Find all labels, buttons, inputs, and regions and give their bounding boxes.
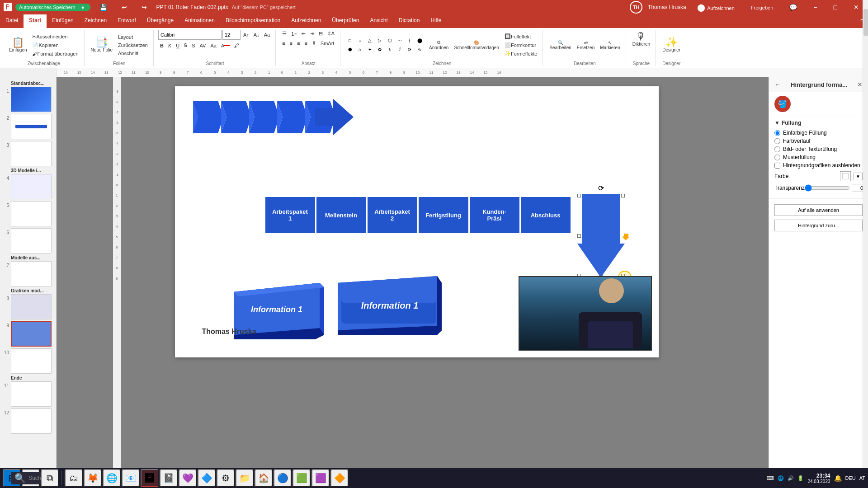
3d-button-2[interactable]: Information 1 <box>338 276 442 338</box>
color-dropdown-button[interactable]: ▼ <box>854 173 863 180</box>
tab-hilfe[interactable]: Hilfe <box>425 14 447 28</box>
slide-canvas[interactable]: Arbeitspaket1 Meilenstein Arbeitspaket2 … <box>175 86 659 357</box>
copy-button[interactable]: 📄 Kopieren <box>30 42 80 49</box>
slide-thumb-6[interactable]: 6 <box>2 228 54 253</box>
maximize-button[interactable]: □ <box>828 2 843 13</box>
new-slide-button[interactable]: 📑 Neue Folie <box>89 36 114 54</box>
fill-section-title[interactable]: ▼ Füllung <box>774 120 863 126</box>
solid-fill-radio[interactable] <box>774 130 780 136</box>
taskbar-app5[interactable]: 🔵 <box>274 469 292 487</box>
smartart-button[interactable]: SmArt <box>319 40 336 47</box>
process-box-1[interactable]: Arbeitspaket1 <box>265 197 315 233</box>
shadow-button[interactable]: S <box>190 42 197 49</box>
panel-back-button[interactable]: ← <box>774 81 781 88</box>
slide-thumb-11[interactable]: 11 <box>2 381 54 407</box>
shape-btn[interactable]: □ <box>346 37 354 45</box>
strikethrough-button[interactable]: S̶ <box>182 42 189 49</box>
close-button[interactable]: ✕ <box>848 2 864 13</box>
taskbar-chrome[interactable]: 🌐 <box>103 469 121 487</box>
task-view-button[interactable]: ⧉ <box>41 469 59 487</box>
quick-styles-button[interactable]: 🎨 Schnellformatvorlagen <box>452 38 501 52</box>
fill-icon-button[interactable]: 🪣 <box>774 96 791 112</box>
tab-ueberpruefen[interactable]: Überprüfen <box>326 14 364 28</box>
slide-thumb-1[interactable]: 1 <box>2 87 54 112</box>
shape-btn[interactable]: ⌂ <box>356 46 364 54</box>
select-button[interactable]: ↖ Markieren <box>598 38 622 52</box>
clear-format-btn[interactable]: Aa <box>262 31 272 38</box>
3d-arrow-element[interactable] <box>193 99 356 136</box>
hide-bg-checkbox[interactable] <box>774 163 780 169</box>
taskbar-app2[interactable]: ⚙ <box>217 469 235 487</box>
shape-btn[interactable]: ⋯ <box>396 37 404 45</box>
tab-datei[interactable]: Datei <box>0 14 24 28</box>
search-taskbar-button[interactable]: 🔍 Suchen <box>22 469 40 487</box>
taskbar-explorer[interactable]: 🗂 <box>65 469 83 487</box>
canvas-area[interactable]: -9 -8 -7 -6 -5 -4 -3 -2 -1 0 1 2 3 4 5 6… <box>57 77 769 477</box>
font-color-button[interactable]: A <box>219 42 231 49</box>
shape-btn[interactable]: ✿ <box>376 46 384 54</box>
comments-button[interactable]: 💬 <box>784 2 802 13</box>
taskbar-app1[interactable]: 🔷 <box>198 469 216 487</box>
tab-start[interactable]: Start <box>24 14 47 28</box>
taskbar-powerpoint[interactable]: 🅿 <box>141 469 159 487</box>
replace-button[interactable]: ⇄ Ersetzen <box>575 38 596 52</box>
share-button[interactable]: Freigeben <box>745 2 779 13</box>
align-right-button[interactable]: ≡ <box>295 40 302 47</box>
shape-effects-button[interactable]: ✨ Formeffekte <box>503 50 539 57</box>
shape-btn[interactable]: ∿ <box>415 46 424 54</box>
shape-btn[interactable]: ⤴ <box>396 46 404 54</box>
taskbar-app8[interactable]: 🔶 <box>330 469 349 487</box>
rotate-handle[interactable]: ⟳ <box>598 184 604 192</box>
format-copy-button[interactable]: 🖌 Format übertragen <box>30 50 80 57</box>
selected-shape-container[interactable]: ⟳ <box>577 194 625 277</box>
picture-fill-option[interactable]: Bild- oder Texturüllung <box>774 146 863 152</box>
indent-more-button[interactable]: ⇥ <box>308 30 316 38</box>
shape-btn[interactable]: ⟨ <box>406 37 414 45</box>
slide-thumb-7[interactable]: 7 <box>2 261 54 286</box>
taskbar-teams[interactable]: 💜 <box>179 469 197 487</box>
numbering-button[interactable]: 1≡ <box>289 30 299 38</box>
taskbar-firefox[interactable]: 🦊 <box>84 469 102 487</box>
autosave-toggle[interactable]: Automatisches Speichern ● <box>15 4 90 11</box>
picture-fill-radio[interactable] <box>774 146 780 152</box>
panel-scrollbar[interactable]: ▼ <box>863 77 868 477</box>
undo-button[interactable]: ↩ <box>116 2 132 13</box>
transparency-slider[interactable] <box>805 184 850 192</box>
shape-fill-button[interactable]: 🔲 Fülleffekt <box>503 33 539 40</box>
taskbar-app3[interactable]: 📁 <box>236 469 254 487</box>
slide-thumb-12[interactable]: 12 <box>2 408 54 434</box>
designer-button[interactable]: ✨ Designer <box>660 36 682 54</box>
shape-btn[interactable]: ▷ <box>376 37 384 45</box>
align-center-button[interactable]: ≡ <box>288 40 294 47</box>
align-left-button[interactable]: ≡ <box>280 40 287 47</box>
gradient-fill-option[interactable]: Farbverlauf <box>774 138 863 144</box>
reset-bg-button[interactable]: Hintergrund zurü... <box>774 220 863 231</box>
shape-btn[interactable]: ⟳ <box>406 46 414 54</box>
underline-button[interactable]: U <box>174 42 181 49</box>
tab-animationen[interactable]: Animationen <box>179 14 220 28</box>
pattern-fill-option[interactable]: Musterfüllung <box>774 154 863 160</box>
bullets-button[interactable]: ☰ <box>280 30 288 38</box>
reset-button[interactable]: Zurücksetzen <box>116 42 150 49</box>
shape-btn[interactable]: △ <box>366 37 374 45</box>
tab-einfuegen[interactable]: Einfügen <box>47 14 79 28</box>
shape-btn[interactable]: ⬤ <box>415 37 424 45</box>
solid-fill-option[interactable]: Einfarbige Füllung <box>774 130 863 136</box>
shape-btn[interactable]: ✦ <box>366 46 374 54</box>
decrease-font-btn[interactable]: A↓ <box>252 31 261 38</box>
case-button[interactable]: Aa <box>208 42 218 49</box>
tab-praesentation[interactable]: Bildschirmpräsentation <box>220 14 286 28</box>
tab-dictation[interactable]: Dictation <box>393 14 425 28</box>
increase-font-btn[interactable]: A↑ <box>241 31 251 38</box>
arrange-button[interactable]: ⧉ Anordnen <box>427 38 450 52</box>
pattern-fill-radio[interactable] <box>774 155 780 160</box>
redo-button[interactable]: ↪ <box>136 2 152 13</box>
minimize-button[interactable]: − <box>808 2 822 13</box>
process-box-4[interactable]: Fertigstllung <box>419 197 468 233</box>
slide-thumb-5[interactable]: 5 <box>2 201 54 226</box>
slide-thumb-9[interactable]: 9 <box>2 321 54 347</box>
slide-thumb-4[interactable]: 4 <box>2 174 54 199</box>
font-size-input[interactable] <box>222 30 241 40</box>
shape-btn[interactable]: ○ <box>356 37 364 45</box>
slide-thumb-2[interactable]: 2 <box>2 114 54 139</box>
